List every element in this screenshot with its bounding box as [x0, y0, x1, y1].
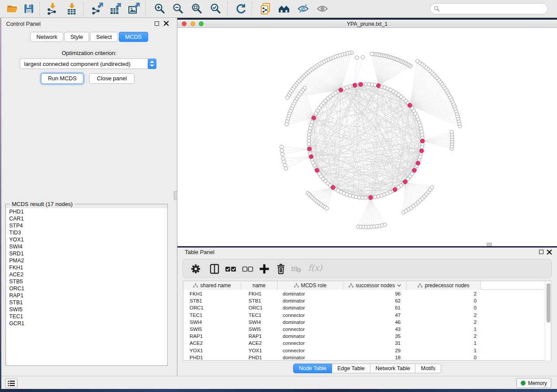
mcds-result-item[interactable]: STP4 — [7, 222, 162, 229]
control-panel: Control Panel Network Style Select MCDS … — [1, 18, 177, 376]
close-panel-button[interactable]: Close panel — [89, 73, 135, 84]
select-all-icon[interactable] — [225, 263, 236, 275]
mcds-result-item[interactable]: ACE2 — [7, 271, 162, 278]
export-image-icon[interactable] — [128, 3, 140, 15]
tab-mcds[interactable]: MCDS — [119, 32, 148, 42]
mcds-result-item[interactable]: GCR1 — [7, 320, 162, 327]
node-table-header: shared name name MCDS role successor nod… — [183, 281, 551, 290]
network-graph-canvas[interactable] — [177, 28, 557, 246]
table-row[interactable]: YOX1YOX1connector291 — [183, 347, 545, 354]
clear-selection-icon[interactable] — [242, 263, 253, 275]
mcds-result-item[interactable]: CAR1 — [7, 215, 162, 222]
import-network-icon[interactable] — [46, 3, 59, 15]
column-header-shared-name[interactable]: shared name — [183, 281, 241, 290]
mcds-result-item[interactable]: FKH1 — [7, 264, 162, 271]
hierarchy-icon — [193, 283, 198, 288]
task-history-button[interactable] — [5, 378, 17, 388]
import-table-icon[interactable] — [66, 3, 78, 15]
memory-label: Memory — [528, 380, 547, 386]
settings-gear-icon[interactable] — [190, 263, 201, 275]
table-row[interactable]: RAP1RAP1dominator352 — [183, 333, 545, 340]
hierarchy-icon — [294, 283, 299, 288]
table-cell: PHD1 — [249, 354, 262, 361]
table-cell: 62 — [343, 297, 401, 304]
close-table-panel-icon[interactable] — [547, 249, 552, 255]
table-cell: connector — [283, 340, 305, 347]
tab-style[interactable]: Style — [64, 32, 89, 42]
mcds-result-item[interactable]: SRD1 — [7, 250, 162, 257]
vertical-splitter-grip[interactable] — [174, 191, 177, 200]
table-row[interactable]: FKH1FKH1dominator962 — [183, 290, 545, 297]
mcds-result-item[interactable]: RAP1 — [7, 292, 162, 299]
zoom-fit-icon[interactable] — [191, 3, 203, 15]
table-cell: 43 — [343, 326, 401, 333]
cybrowser-home-icon[interactable] — [278, 3, 290, 15]
table-cell: connector — [283, 326, 305, 333]
mcds-result-item[interactable]: STB5 — [7, 278, 162, 285]
apply-layout-icon[interactable] — [235, 3, 247, 15]
mcds-result-item[interactable]: YOX1 — [7, 236, 162, 243]
horizontal-splitter-grip[interactable] — [487, 243, 492, 246]
mcds-result-item[interactable]: TEC1 — [7, 313, 162, 320]
memory-button[interactable]: Memory — [516, 378, 551, 388]
mcds-result-item[interactable]: ORC1 — [7, 285, 162, 292]
table-row[interactable]: STB1STB1dominator620 — [183, 297, 545, 304]
control-panel-titlebar: Control Panel — [1, 18, 177, 29]
column-header-predecessor-nodes[interactable]: predecessor nodes — [407, 281, 481, 290]
mcds-result-list[interactable]: PHD1CAR1STP4TID3YOX1SWI4SRD1PMA2FKH1ACE2… — [7, 208, 167, 365]
table-cell: 2 — [407, 290, 477, 297]
open-file-icon[interactable] — [6, 3, 18, 15]
table-panel: Table Panel f(x) shared name name MCDS r… — [177, 248, 557, 376]
table-row[interactable]: PHD1PHD1dominator180 — [183, 354, 545, 361]
tab-motifs[interactable]: Motifs — [415, 364, 441, 373]
float-panel-icon[interactable] — [155, 21, 159, 26]
column-header-successor-nodes[interactable]: successor nodes — [343, 281, 407, 290]
column-header-name[interactable]: name — [241, 281, 277, 290]
tab-edge-table[interactable]: Edge Table — [332, 364, 370, 373]
table-cell: PHD1 — [190, 354, 203, 361]
mcds-result-item[interactable]: PHD1 — [7, 208, 162, 215]
search-input[interactable] — [442, 6, 547, 12]
table-scrollbar-thumb[interactable] — [547, 283, 550, 323]
mcds-result-item[interactable]: PMA2 — [7, 257, 162, 264]
table-cell: RAP1 — [190, 333, 203, 340]
export-network-icon[interactable] — [91, 3, 103, 15]
mcds-result-item[interactable]: SWI5 — [7, 306, 162, 313]
mcds-result-item[interactable]: TID3 — [7, 229, 162, 236]
close-panel-icon[interactable] — [163, 21, 169, 26]
clone-network-icon[interactable] — [259, 3, 272, 15]
table-row[interactable]: ACE2ACE2connector311 — [183, 340, 545, 347]
delete-column-icon[interactable] — [275, 263, 287, 275]
zoom-out-icon[interactable] — [172, 3, 184, 15]
table-row[interactable]: ORC1ORC1dominator610 — [183, 304, 545, 311]
toolbar-separator — [83, 2, 83, 15]
show-hidden-icon[interactable] — [316, 3, 329, 15]
tab-node-table[interactable]: Node Table — [293, 364, 332, 373]
tab-network-table[interactable]: Network Table — [370, 364, 416, 373]
table-row[interactable]: SWI5SWI5connector431 — [183, 326, 545, 333]
save-session-icon[interactable] — [23, 3, 35, 15]
tab-network[interactable]: Network — [30, 32, 63, 42]
column-header-mcds-role[interactable]: MCDS role — [277, 281, 343, 290]
table-toolbar: f(x) — [183, 259, 552, 278]
table-cell: connector — [283, 347, 305, 354]
table-scrollbar[interactable] — [545, 281, 551, 361]
mcds-result-item[interactable]: STB1 — [7, 299, 162, 306]
table-cell: 2 — [407, 312, 477, 319]
export-table-icon[interactable] — [109, 3, 121, 15]
run-mcds-button[interactable]: Run MCDS — [41, 73, 83, 84]
table-cell: dominator — [283, 297, 305, 304]
task-list-icon — [8, 381, 15, 386]
table-row[interactable]: TEC1TEC1connector472 — [183, 312, 545, 319]
add-column-icon[interactable] — [259, 263, 270, 275]
tab-select[interactable]: Select — [90, 32, 118, 42]
mcds-result-item[interactable]: SWI4 — [7, 243, 162, 250]
show-columns-icon[interactable] — [209, 263, 220, 275]
zoom-in-icon[interactable] — [154, 3, 166, 15]
criterion-dropdown[interactable]: largest connected component (undirected) — [20, 58, 156, 69]
float-table-panel-icon[interactable] — [539, 250, 543, 254]
hide-selected-icon[interactable] — [297, 3, 309, 15]
table-row[interactable]: SWI4SWI4dominator462 — [183, 319, 545, 326]
control-panel-tabs: Network Style Select MCDS — [1, 32, 177, 42]
zoom-selected-icon[interactable] — [210, 3, 222, 15]
